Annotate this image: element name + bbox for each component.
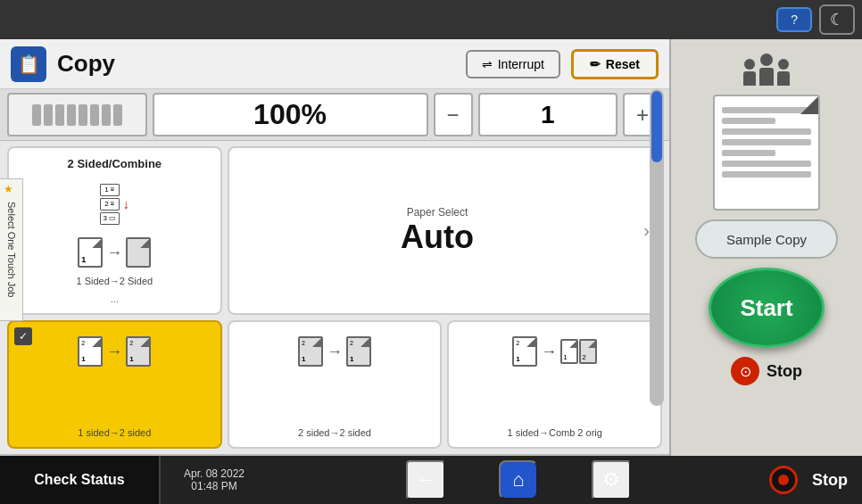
comb-arrow-icon: → (541, 343, 557, 361)
one-to-two-subtitle: 1 sided→2 sided (78, 427, 151, 438)
doc-line-1 (722, 107, 811, 113)
minus-icon: − (446, 103, 459, 128)
zoom-field[interactable]: 100% (153, 93, 428, 136)
two-sided-arrow-row: 1 → (78, 237, 151, 268)
one-to-two-icons: 12 → 12 (78, 336, 151, 367)
two-sided-dots: ... (111, 293, 119, 304)
home-button[interactable]: ⌂ (499, 460, 538, 500)
paper-row-2: 2≡ (100, 198, 120, 211)
reset-button[interactable]: ✏ Reset (571, 49, 659, 79)
user-group-icon (743, 54, 790, 86)
interrupt-button[interactable]: ⇌ Interrupt (466, 50, 560, 78)
page-icon-to (126, 237, 151, 268)
moon-icon: ☾ (830, 10, 844, 29)
top-bar: ? ☾ (0, 0, 862, 39)
comb-from-icon: 12 (512, 336, 537, 367)
two-sided-to-two-card[interactable]: 12 → 12 2 sided→2 sided (228, 320, 443, 449)
doc-line-6 (722, 161, 811, 167)
star-icon: ★ (2, 183, 14, 195)
stop-icon: ⊙ (731, 357, 759, 385)
start-button[interactable]: Start (709, 268, 825, 348)
paper-row-1: 1≡ (100, 184, 120, 196)
zoom-value: 100% (253, 98, 327, 131)
cards-grid: 2 Sided/Combine 1≡ 2≡ 3▭ ↓ 1 → (0, 141, 669, 454)
paper-select-value: Auto (401, 219, 474, 256)
paper-select-main: Paper Select Auto (240, 206, 635, 256)
stop-label: Stop (767, 362, 802, 381)
arrow-icon: → (106, 244, 122, 262)
check-status-button[interactable]: Check Status (0, 456, 161, 504)
quantity-value: 1 (541, 101, 555, 129)
quantity-field: 1 (478, 93, 618, 136)
page2-to-icon: 12 (346, 336, 371, 367)
person-1 (743, 59, 756, 86)
right-nav: Stop (769, 466, 862, 494)
sample-copy-button[interactable]: Sample Copy (695, 219, 838, 259)
one-sided-to-comb-card[interactable]: 12 → 1 2 1 sided→Comb 2 orig (447, 320, 662, 449)
copies-field (7, 93, 147, 136)
side-tab-select-one-touch[interactable]: ★ Select One Touch Job (0, 178, 23, 321)
paper-list-icon: 1≡ 2≡ 3▭ (100, 184, 120, 225)
sided-arrow-icon: → (106, 343, 122, 361)
doc-line-5 (722, 150, 775, 156)
page-from-icon: 12 (78, 336, 103, 367)
side-tab-label: Select One Touch Job (6, 202, 17, 297)
two-sided-subtitle: 1 Sided→2 Sided (77, 276, 153, 286)
stop-nav-label: Stop (812, 471, 848, 490)
two-sided-combine-title: 2 Sided/Combine (68, 157, 162, 170)
quantity-minus-button[interactable]: − (434, 93, 473, 136)
help-button[interactable]: ? (776, 7, 812, 32)
stop-area: ⊙ Stop (731, 357, 802, 385)
page2-from-icon: 12 (298, 336, 323, 367)
interrupt-icon: ⇌ (482, 57, 493, 71)
checkmark-icon: ✓ (14, 327, 32, 345)
page-title: Copy (57, 50, 455, 78)
two-sided-combine-card[interactable]: 2 Sided/Combine 1≡ 2≡ 3▭ ↓ 1 → (7, 146, 222, 315)
comb-icons: 12 → 1 2 (512, 336, 597, 367)
back-button[interactable]: ← (406, 460, 445, 500)
doc-line-4 (722, 139, 811, 145)
sample-copy-label: Sample Copy (726, 232, 807, 247)
time-display: 01:48 PM (168, 480, 261, 492)
scroll-bar[interactable] (650, 89, 664, 406)
copy-app-icon: 📋 (11, 46, 46, 82)
doc-lines (715, 96, 818, 185)
home-icon: ⌂ (512, 468, 524, 492)
header: 📋 Copy ⇌ Interrupt ✏ Reset (0, 39, 669, 89)
check-status-label: Check Status (34, 472, 124, 488)
doc-line-7 (722, 171, 811, 178)
two-to-two-icons: 12 → 12 (298, 336, 371, 367)
plus-icon: + (636, 103, 649, 128)
red-arrow-icon: ↓ (123, 197, 129, 211)
settings-icon: ⚙ (602, 468, 620, 492)
page-icon-from: 1 (78, 237, 103, 268)
paper-row-3: 3▭ (100, 212, 120, 225)
one-sided-to-two-card[interactable]: ✓ 12 → 12 1 sided→2 sided (7, 320, 222, 449)
two-to-two-subtitle: 2 sided→2 sided (298, 427, 371, 438)
date-display: Apr. 08 2022 (168, 467, 261, 480)
comb-page2: 2 (579, 339, 597, 364)
status-bar: Check Status Apr. 08 2022 01:48 PM ← ⌂ ⚙… (0, 456, 862, 504)
settings-button[interactable]: ⚙ (592, 460, 631, 500)
right-panel: Sample Copy Start ⊙ Stop (669, 39, 862, 504)
reset-icon: ✏ (590, 57, 601, 71)
paper-select-card[interactable]: Paper Select Auto › (228, 146, 662, 315)
page-to-icon: 12 (126, 336, 151, 367)
two-sided-icons: 1≡ 2≡ 3▭ ↓ (100, 184, 129, 225)
person-3 (777, 59, 790, 86)
person-2 (759, 54, 774, 86)
comb-page1: 1 (560, 339, 578, 364)
copies-row: 100% − 1 + (0, 89, 669, 141)
doc-line-2 (722, 118, 775, 124)
nav-icons: ← ⌂ ⚙ (268, 460, 769, 500)
main-content: 100% − 1 + 2 Sided/Combine 1≡ 2≡ (0, 89, 669, 504)
help-icon: ? (791, 12, 798, 27)
doc-line-3 (722, 128, 811, 135)
sleep-button[interactable]: ☾ (819, 4, 855, 35)
one-to-comb-subtitle: 1 sided→Comb 2 orig (507, 427, 601, 438)
paper-select-label: Paper Select (407, 206, 468, 219)
document-preview (713, 95, 820, 211)
start-label: Start (740, 294, 792, 322)
two-two-arrow-icon: → (327, 343, 343, 361)
reset-label: Reset (606, 57, 640, 71)
